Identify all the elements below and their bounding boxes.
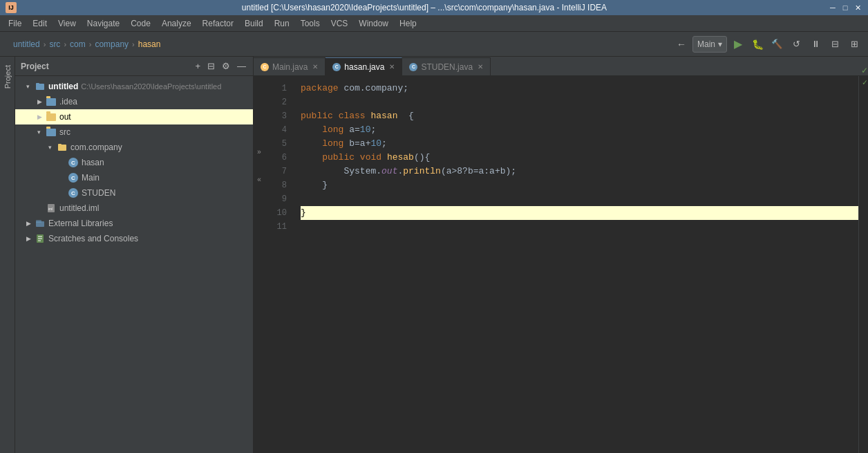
breadcrumb: untitled › src › com › company › hasan	[11, 39, 670, 50]
code-health-check: ✓	[862, 77, 867, 88]
gutter-2	[254, 90, 265, 104]
tab-studen-java[interactable]: C STUDEN.java ✕	[402, 57, 491, 75]
minimize-button[interactable]: ─	[828, 3, 838, 12]
idea-folder-icon	[46, 96, 57, 107]
tab-close-studen[interactable]: ✕	[478, 63, 483, 71]
project-panel-header: Project + ⊟ ⚙ —	[15, 57, 253, 76]
code-content[interactable]: package com.company; public class hasan …	[292, 76, 858, 453]
code-gutter: » «	[254, 76, 265, 453]
close-panel-button[interactable]: —	[236, 59, 247, 73]
menu-item-analyze[interactable]: Analyze	[156, 16, 197, 31]
tree-item-src[interactable]: ▾ src	[15, 124, 253, 140]
tab-close-main[interactable]: ✕	[312, 63, 318, 71]
gutter-9	[254, 187, 265, 201]
breadcrumb-src[interactable]: src	[47, 39, 62, 50]
gutter-1	[254, 76, 265, 90]
tree-item-untitled-root[interactable]: ▾ untitled C:\Users\hasan2020\IdeaProjec…	[15, 79, 253, 94]
tree-label-idea: .idea	[59, 97, 77, 107]
line-num-7: 7	[265, 165, 287, 178]
menu-item-code[interactable]: Code	[125, 16, 156, 31]
toolbar-right: ← Main ▾ ▶ 🐛 🔨 ↺ ⏸ ⊟ ⊞	[673, 36, 862, 53]
code-line-10: }	[301, 206, 858, 220]
menu-item-file[interactable]: File	[3, 16, 27, 31]
line-num-10: 10	[265, 206, 287, 220]
tree-item-scratches[interactable]: ▶ Scratches and Consoles	[15, 231, 253, 246]
tree-item-main[interactable]: ▶ C Main	[15, 170, 253, 185]
line-num-4: 4	[265, 123, 287, 137]
menu-item-edit[interactable]: Edit	[27, 16, 53, 31]
menu-item-tools[interactable]: Tools	[295, 16, 326, 31]
menu-item-vcs[interactable]: VCS	[326, 16, 354, 31]
project-tab-label[interactable]: Project	[1, 59, 14, 94]
breadcrumb-project[interactable]: untitled	[11, 39, 42, 50]
menu-item-run[interactable]: Run	[269, 16, 295, 31]
menu-item-navigate[interactable]: Navigate	[82, 16, 125, 31]
tab-icon-studen: C	[409, 63, 417, 71]
main-java-icon: C	[68, 172, 79, 183]
breadcrumb-com[interactable]: com	[68, 39, 88, 50]
code-line-8: }	[301, 178, 858, 192]
menu-item-view[interactable]: View	[53, 16, 82, 31]
tree-item-iml[interactable]: ▶ iml untitled.iml	[15, 201, 253, 216]
tree-arrow-out: ▶	[37, 113, 46, 120]
run-config-dropdown[interactable]: Main ▾	[692, 36, 727, 53]
tree-item-com-company[interactable]: ▾ com.company	[15, 140, 253, 155]
breadcrumb-current[interactable]: hasan	[136, 39, 163, 50]
tree-arrow-root: ▾	[26, 83, 35, 90]
line-num-1: 1	[265, 82, 287, 95]
gutter-7	[254, 159, 265, 173]
code-editor[interactable]: » « 1 2 3 4 5 6 7 8 9 10 11	[254, 76, 868, 453]
build-button[interactable]: 🔨	[768, 36, 785, 53]
pause-button[interactable]: ⏸	[807, 36, 824, 53]
menu-item-help[interactable]: Help	[394, 16, 422, 31]
tree-label-hasan: hasan	[82, 158, 104, 167]
settings-button[interactable]: ⚙	[220, 59, 232, 73]
line-num-2: 2	[265, 95, 287, 109]
layout-toggle-button[interactable]: ⊟	[206, 59, 216, 73]
tree-label-ext-lib: External Libraries	[48, 219, 113, 228]
maximize-button[interactable]: □	[840, 3, 850, 12]
tree-label-com-company: com.company	[70, 142, 122, 152]
tree-label-studen: STUDEN	[82, 188, 115, 198]
split-button[interactable]: ⊟	[827, 36, 843, 53]
gutter-11	[254, 214, 265, 228]
debug-button[interactable]: 🐛	[749, 36, 766, 53]
layout-button[interactable]: ⊞	[846, 36, 862, 53]
tree-item-studen[interactable]: ▶ C STUDEN	[15, 185, 253, 201]
tree-arrow-com-company: ▾	[48, 144, 57, 151]
svg-rect-3	[58, 144, 62, 146]
src-folder-icon	[46, 127, 57, 138]
tree-arrow-src: ▾	[37, 129, 46, 136]
tree-item-idea[interactable]: ▶ .idea	[15, 94, 253, 109]
breadcrumb-company[interactable]: company	[93, 39, 131, 50]
menu-item-refactor[interactable]: Refactor	[197, 16, 239, 31]
add-item-button[interactable]: +	[194, 59, 202, 73]
gutter-8: «	[254, 173, 265, 187]
tab-close-hasan[interactable]: ✕	[389, 63, 395, 71]
code-line-11	[301, 220, 858, 234]
tab-main-java[interactable]: C Main.java ✕	[254, 57, 326, 75]
menu-item-build[interactable]: Build	[239, 16, 269, 31]
menu-item-window[interactable]: Window	[353, 16, 394, 31]
scratch-icon	[35, 233, 46, 244]
tree-item-ext-lib[interactable]: ▶ External Libraries	[15, 216, 253, 231]
out-folder-icon	[46, 111, 57, 122]
run-button[interactable]: ▶	[730, 36, 746, 53]
code-line-6: public void hesab(){	[301, 151, 858, 165]
tree-item-out[interactable]: ▶ out	[15, 109, 253, 124]
line-num-5: 5	[265, 137, 287, 151]
editor-area: C Main.java ✕ C hasan.java ✕ C STUDEN.ja…	[254, 57, 868, 453]
sync-button[interactable]: ↺	[788, 36, 804, 53]
line-num-3: 3	[265, 109, 287, 123]
tab-label-main: Main.java	[272, 62, 308, 72]
tab-icon-hasan: C	[332, 63, 341, 71]
file-tree: ▾ untitled C:\Users\hasan2020\IdeaProjec…	[15, 76, 253, 453]
tab-hasan-java[interactable]: C hasan.java ✕	[326, 57, 402, 75]
window-title: untitled [C:\Users\hasan2020\IdeaProject…	[21, 3, 828, 12]
code-line-3: public class hasan {	[301, 109, 858, 123]
tree-label-iml: untitled.iml	[59, 203, 99, 213]
close-button[interactable]: ✕	[853, 3, 862, 12]
tree-item-hasan[interactable]: ▶ C hasan	[15, 155, 253, 170]
back-button[interactable]: ←	[673, 36, 690, 53]
code-line-7: System.out.println(a>8?b=a:a+b);	[301, 165, 858, 178]
